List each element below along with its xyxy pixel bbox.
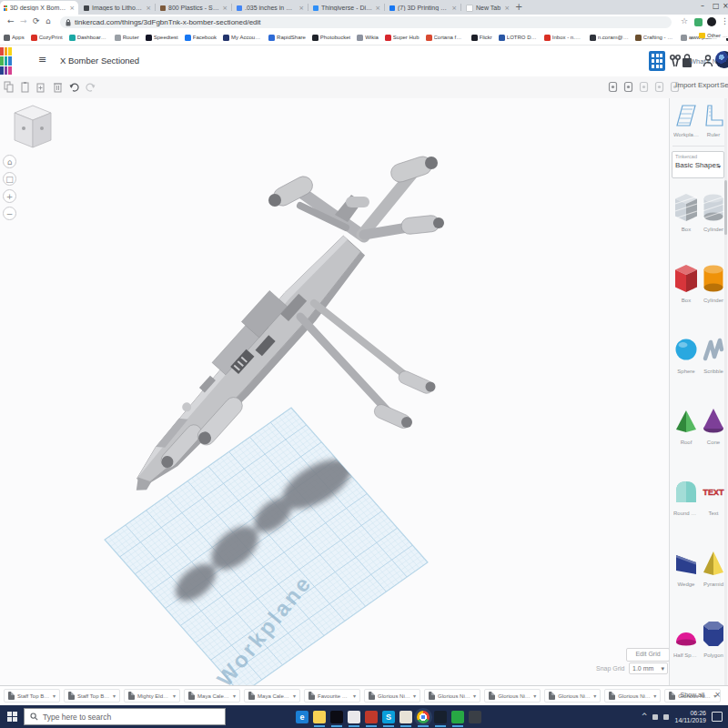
snap-grid-dropdown[interactable]: 1.0 mm ▾ bbox=[629, 662, 668, 674]
shape-box[interactable]: Box bbox=[673, 264, 699, 303]
view-home-button[interactable]: ⌂ bbox=[3, 155, 16, 168]
export-button[interactable]: Export bbox=[698, 81, 719, 89]
download-item[interactable]: Glorious Nigels (2).stl▾ bbox=[604, 689, 661, 703]
copy-icon[interactable] bbox=[4, 80, 14, 96]
taskbar-icon-edge[interactable]: e bbox=[296, 711, 308, 723]
downloads-close-icon[interactable]: × bbox=[714, 691, 721, 699]
window-minimize-button[interactable]: – bbox=[701, 2, 704, 10]
taskbar-icon-media-app[interactable] bbox=[399, 711, 412, 723]
tools-icon[interactable] bbox=[669, 54, 682, 68]
downloads-show-all[interactable]: Show all bbox=[681, 692, 704, 698]
bookmarks-overflow-icon[interactable]: » bbox=[690, 35, 693, 42]
edit-grid-button[interactable]: Edit Grid bbox=[626, 648, 670, 662]
shape-cone[interactable]: Cone bbox=[701, 406, 726, 445]
shape-pyramid[interactable]: Pyramid bbox=[701, 548, 726, 587]
chevron-down-icon[interactable]: ▾ bbox=[593, 693, 596, 699]
window-maximize-button[interactable]: □ bbox=[713, 2, 720, 10]
bookmark-item[interactable]: My Account - PayPa... bbox=[223, 35, 262, 41]
bookmark-item[interactable]: Speedtest bbox=[146, 35, 178, 41]
invite-person-icon[interactable] bbox=[703, 54, 713, 68]
chevron-down-icon[interactable]: ▾ bbox=[533, 693, 536, 699]
bookmark-item[interactable]: RapidShare bbox=[268, 35, 306, 41]
shape-cylinder[interactable]: Cylinder bbox=[701, 193, 726, 232]
tab-close-icon[interactable]: × bbox=[222, 5, 228, 12]
shape-category-dropdown[interactable]: Tinkercad Basic Shapes ▾ bbox=[672, 151, 724, 178]
shape-polygon[interactable]: Polygon bbox=[701, 619, 726, 658]
download-item[interactable]: Glorious Nigels (6).stl▾ bbox=[364, 689, 420, 703]
zoom-in-button[interactable]: + bbox=[3, 189, 16, 203]
zoom-out-button[interactable]: − bbox=[3, 207, 16, 220]
group-icon[interactable] bbox=[608, 80, 618, 96]
chevron-down-icon[interactable]: ▾ bbox=[173, 693, 176, 699]
taskbar-icon-photos[interactable] bbox=[348, 711, 360, 723]
duplicate-icon[interactable] bbox=[36, 80, 46, 96]
undo-icon[interactable] bbox=[69, 80, 79, 96]
chevron-down-icon[interactable]: ▾ bbox=[53, 693, 56, 699]
tab-close-icon[interactable]: × bbox=[69, 5, 75, 12]
bookmark-item[interactable]: Crafting - Minecraf... bbox=[635, 35, 674, 41]
start-button[interactable] bbox=[0, 705, 24, 728]
bookmark-item[interactable]: Cortana for Andro... bbox=[426, 35, 465, 41]
ungroup-icon[interactable] bbox=[623, 80, 633, 96]
chevron-down-icon[interactable]: ▾ bbox=[653, 693, 656, 699]
fit-view-button[interactable]: □ bbox=[3, 172, 16, 186]
browser-tab[interactable]: .035 inches in mm - Google Sea× bbox=[233, 1, 308, 15]
design-title[interactable]: X Bomber Sectioned bbox=[60, 56, 139, 66]
browser-menu-icon[interactable]: ⋮ bbox=[721, 16, 728, 25]
shape-round-roof[interactable]: Round Roof bbox=[673, 477, 699, 516]
design-canvas[interactable]: Workplane bbox=[0, 98, 728, 685]
other-bookmarks[interactable]: Other bookmarks bbox=[699, 33, 728, 38]
bookmark-item[interactable]: Photobucket bbox=[312, 35, 350, 41]
browser-tab[interactable]: Thingiverse - Digital Designs fo× bbox=[309, 1, 384, 15]
taskbar-icon-green-app[interactable] bbox=[451, 711, 464, 723]
browser-tab[interactable]: 3D design X Bomber Sectioned× bbox=[0, 1, 78, 15]
taskbar-icon-app-red[interactable] bbox=[365, 711, 378, 723]
browser-tab[interactable]: New Tab× bbox=[462, 1, 513, 15]
chevron-down-icon[interactable]: ▾ bbox=[413, 693, 416, 699]
chevron-down-icon[interactable]: ▾ bbox=[293, 693, 296, 699]
taskbar-icon-chrome[interactable] bbox=[417, 711, 430, 723]
new-tab-button[interactable]: + bbox=[515, 3, 522, 12]
bookmark-item[interactable]: Apps bbox=[4, 35, 25, 41]
bookmark-item[interactable]: Facebook bbox=[185, 35, 217, 41]
shape-roof[interactable]: Roof bbox=[673, 406, 699, 445]
bookmark-item[interactable]: Super Hub bbox=[385, 35, 420, 41]
bookmark-item[interactable]: Inbox - n.coram@s... bbox=[544, 35, 583, 41]
flip-icon[interactable] bbox=[654, 80, 664, 96]
download-item[interactable]: Favourite Maya Cal...stl▾ bbox=[304, 689, 360, 703]
back-icon[interactable]: ← bbox=[7, 16, 15, 25]
tray-expand-icon[interactable]: ^ bbox=[642, 713, 648, 721]
tab-close-icon[interactable]: × bbox=[375, 5, 380, 12]
chevron-down-icon[interactable]: ▾ bbox=[233, 693, 236, 699]
tray-icon[interactable] bbox=[652, 714, 658, 720]
shape-scribble[interactable]: Scribble bbox=[701, 335, 726, 374]
download-item[interactable]: Glorious Nigels (5).stl▾ bbox=[424, 689, 480, 703]
view-cube[interactable] bbox=[11, 104, 55, 153]
shape-text[interactable]: TEXTText bbox=[701, 477, 726, 516]
download-item[interactable]: Glorious Nigels (4).stl▾ bbox=[484, 689, 541, 703]
download-item[interactable]: Maya Calendar Bod...stl▾ bbox=[244, 689, 300, 703]
taskbar-search-input[interactable]: Type here to search bbox=[24, 708, 226, 725]
profile-avatar[interactable] bbox=[707, 17, 716, 26]
bookmark-item[interactable]: Flickr bbox=[471, 35, 492, 41]
align-icon[interactable] bbox=[639, 80, 649, 96]
shape-wedge[interactable]: Wedge bbox=[673, 548, 699, 587]
window-close-button[interactable]: × bbox=[723, 2, 728, 10]
helper-workplane[interactable]: Workplane bbox=[673, 104, 699, 137]
taskbar-icon-steam[interactable] bbox=[434, 711, 447, 723]
helper-ruler[interactable]: Ruler bbox=[701, 104, 726, 137]
bookmark-item[interactable]: n.coram@sky.com... bbox=[590, 35, 629, 41]
download-item[interactable]: Staff Top Body (14).stl▾ bbox=[4, 689, 60, 703]
tab-close-icon[interactable]: × bbox=[451, 5, 457, 12]
bookmark-item[interactable]: Wikia bbox=[357, 35, 379, 41]
tab-close-icon[interactable]: × bbox=[298, 5, 304, 12]
bookmark-item[interactable]: Dashboard | Tinke... bbox=[69, 35, 108, 41]
main-menu-icon[interactable]: ≡ bbox=[38, 54, 46, 66]
dashboard-grid-button[interactable] bbox=[649, 51, 665, 71]
download-item[interactable]: Maya Calendar Bod...stl▾ bbox=[184, 689, 240, 703]
download-item[interactable]: Mighty Eldon Bonw...stl▾ bbox=[124, 689, 180, 703]
url-field[interactable]: tinkercad.com/things/3dFgbnTnk-x-bomber-… bbox=[60, 16, 672, 28]
tinkercad-logo[interactable] bbox=[0, 47, 12, 75]
chevron-down-icon[interactable]: ▾ bbox=[113, 693, 116, 699]
redo-icon[interactable] bbox=[86, 80, 96, 96]
